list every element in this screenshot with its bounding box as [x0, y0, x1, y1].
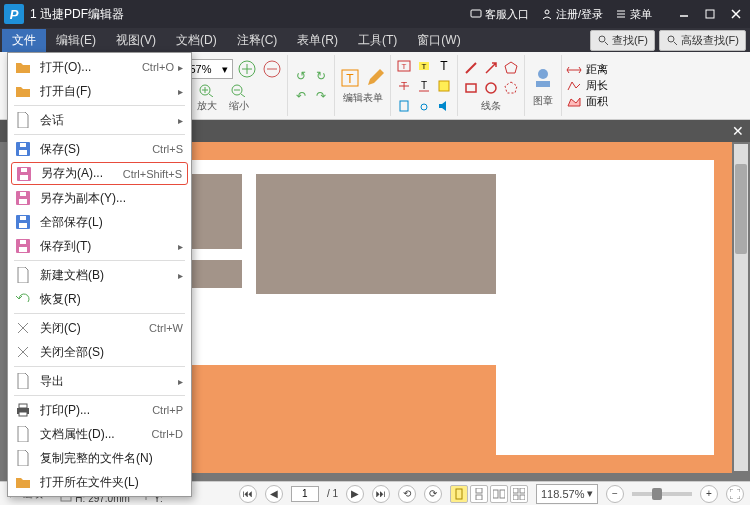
next-page-button[interactable]: ▶ [346, 485, 364, 503]
close-icon: ✕ [732, 123, 744, 139]
menu-item-2[interactable]: 会话 ▸ [8, 108, 191, 132]
menu-tools[interactable]: 工具(T) [348, 29, 407, 52]
menu-file[interactable]: 文件 [2, 29, 46, 52]
menu-edit[interactable]: 编辑(E) [46, 29, 106, 52]
svg-rect-46 [476, 488, 482, 493]
redo-tool[interactable]: ↷ [312, 87, 330, 105]
menu-item-0[interactable]: 打开(O)... Ctrl+O ▸ [8, 55, 191, 79]
doc-icon [14, 425, 32, 443]
area-tool[interactable]: 面积 [566, 94, 608, 109]
minimize-button[interactable] [674, 5, 694, 23]
customer-service-button[interactable]: 客服入口 [470, 7, 529, 22]
menu-item-7[interactable]: 保存到(T) ▸ [8, 234, 191, 258]
note-tool[interactable] [435, 77, 453, 95]
zoom-slider[interactable] [632, 492, 692, 496]
menu-item-16[interactable]: 打开所在文件夹(L) [8, 470, 191, 494]
zoom-slider-knob[interactable] [652, 488, 662, 500]
zoom-in-icon[interactable] [198, 83, 216, 97]
menu-item-12[interactable]: 导出 ▸ [8, 369, 191, 393]
menu-item-8[interactable]: 新建文档(B) ▸ [8, 263, 191, 287]
attach-tool[interactable] [395, 97, 413, 115]
find-button[interactable]: 查找(F) [590, 30, 655, 51]
zoom-in-button[interactable] [236, 58, 258, 80]
close-tab-button[interactable]: ✕ [730, 123, 746, 139]
login-button[interactable]: 注册/登录 [541, 7, 603, 22]
svg-point-23 [486, 83, 496, 93]
circle-tool[interactable] [482, 79, 500, 97]
underline-tool[interactable]: T [415, 77, 433, 95]
zoom-out-button[interactable] [261, 58, 283, 80]
undo-tool[interactable]: ↶ [292, 87, 310, 105]
prev-icon: ◀ [270, 488, 278, 499]
highlight-tool[interactable]: T [415, 57, 433, 75]
status-zoom-in-button[interactable]: + [700, 485, 718, 503]
menu-item-13[interactable]: 打印(P)... Ctrl+P [8, 398, 191, 422]
polygon-tool[interactable] [502, 79, 520, 97]
perimeter-tool[interactable]: 周长 [566, 78, 608, 93]
layout-facing-cont-button[interactable] [510, 485, 528, 503]
menu-form[interactable]: 表单(R) [287, 29, 348, 52]
last-page-button[interactable]: ⏭ [372, 485, 390, 503]
menu-item-14[interactable]: 文档属性(D)... Ctrl+D [8, 422, 191, 446]
layout-cont-button[interactable] [470, 485, 488, 503]
menu-view[interactable]: 视图(V) [106, 29, 166, 52]
maximize-button[interactable] [700, 5, 720, 23]
svg-rect-48 [493, 490, 498, 498]
scrollbar-thumb[interactable] [735, 164, 747, 254]
close-icon [14, 343, 32, 361]
vertical-scrollbar[interactable] [734, 144, 748, 471]
line-tool[interactable] [462, 59, 480, 77]
fullscreen-button[interactable] [726, 485, 744, 503]
prev-page-button[interactable]: ◀ [265, 485, 283, 503]
status-zoom-out-button[interactable]: − [606, 485, 624, 503]
first-page-button[interactable]: ⏮ [239, 485, 257, 503]
rotate-left-tool[interactable]: ↺ [292, 67, 310, 85]
plus-circle-icon [238, 60, 256, 78]
text-edit-tool[interactable]: T [339, 67, 361, 89]
text-tool[interactable]: T [435, 57, 453, 75]
menu-item-6[interactable]: 全部保存(L) [8, 210, 191, 234]
menu-item-15[interactable]: 复制完整的文件名(N) [8, 446, 191, 470]
menu-window[interactable]: 窗口(W) [407, 29, 470, 52]
status-zoom-dropdown[interactable]: 118.57% ▾ [536, 484, 598, 504]
svg-rect-0 [471, 10, 481, 17]
layout-facing-button[interactable] [490, 485, 508, 503]
menu-item-label: 文档属性(D)... [40, 426, 152, 443]
main-menu-button[interactable]: 菜单 [615, 7, 652, 22]
svg-rect-30 [20, 175, 28, 180]
link-tool[interactable] [415, 97, 433, 115]
menu-item-5[interactable]: 另存为副本(Y)... [8, 186, 191, 210]
menu-item-3[interactable]: 保存(S) Ctrl+S [8, 137, 191, 161]
stamp-tool[interactable] [529, 64, 557, 92]
menu-item-label: 打印(P)... [40, 402, 152, 419]
arrow-tool[interactable] [482, 59, 500, 77]
prev-view-button[interactable]: ⟲ [398, 485, 416, 503]
strikeout-tool[interactable]: T [395, 77, 413, 95]
menu-item-1[interactable]: 打开自(F) ▸ [8, 79, 191, 103]
zoom-out-icon[interactable] [230, 83, 248, 97]
page-input[interactable] [291, 486, 319, 502]
rect-tool[interactable] [462, 79, 480, 97]
chevron-right-icon: ▸ [178, 376, 183, 387]
rotate-right-tool[interactable]: ↻ [312, 67, 330, 85]
pentagon-tool[interactable] [502, 59, 520, 77]
menu-item-11[interactable]: 关闭全部(S) [8, 340, 191, 364]
search-icon [597, 34, 609, 46]
pencil-tool[interactable] [364, 67, 386, 89]
distance-tool[interactable]: 距离 [566, 62, 608, 77]
close-window-button[interactable] [726, 5, 746, 23]
layout-single-button[interactable] [450, 485, 468, 503]
menu-comment[interactable]: 注释(C) [227, 29, 288, 52]
save-blue-icon [14, 213, 32, 231]
menu-item-9[interactable]: 恢复(R) [8, 287, 191, 311]
menu-item-10[interactable]: 关闭(C) Ctrl+W [8, 316, 191, 340]
advanced-find-button[interactable]: 高级查找(F) [659, 30, 746, 51]
next-view-button[interactable]: ⟳ [424, 485, 442, 503]
svg-rect-36 [19, 223, 27, 228]
tool-group-edit-form: T 编辑表单 [335, 55, 391, 116]
textbox-tool[interactable]: T [395, 57, 413, 75]
menu-document[interactable]: 文档(D) [166, 29, 227, 52]
menu-item-label: 会话 [40, 112, 174, 129]
menu-item-4[interactable]: 另存为(A)... Ctrl+Shift+S [11, 162, 188, 185]
sound-tool[interactable] [435, 97, 453, 115]
